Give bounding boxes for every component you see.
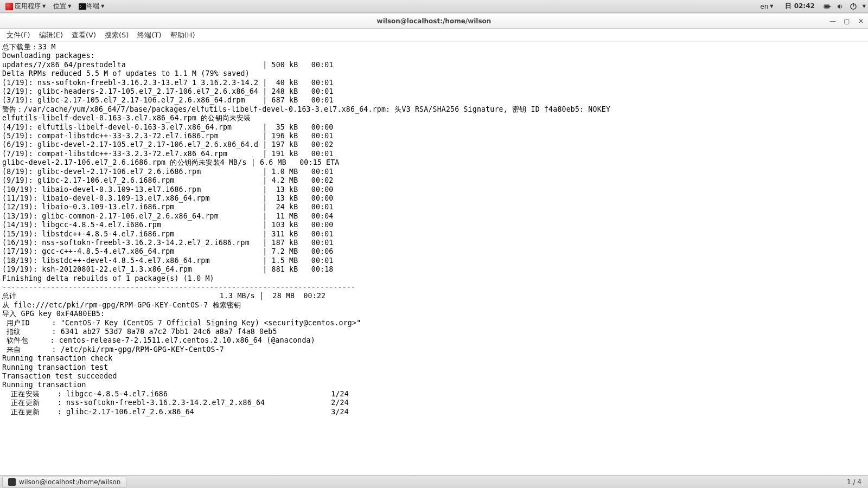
menu-search[interactable]: 搜索(S)	[100, 29, 133, 41]
terminal-icon	[79, 3, 86, 10]
terminal-launcher-label: 终端	[86, 2, 99, 11]
menu-bar: 文件(F) 编辑(E) 查看(V) 搜索(S) 终端(T) 帮助(H)	[0, 29, 868, 42]
terminal-output[interactable]: 总下载量：33 M Downloading packages: updates/…	[0, 42, 868, 475]
workspace-indicator[interactable]: 1 / 4	[843, 478, 866, 486]
workspace-label: 1 / 4	[847, 478, 861, 486]
menu-view[interactable]: 查看(V)	[67, 29, 100, 41]
input-method-indicator[interactable]: en ▼	[757, 2, 776, 11]
applications-label: 应用程序	[15, 2, 41, 11]
svg-rect-4	[825, 5, 829, 8]
svg-rect-3	[829, 6, 831, 7]
svg-rect-1	[79, 4, 86, 9]
apps-icon	[5, 3, 13, 10]
menu-terminal[interactable]: 终端(T)	[133, 29, 165, 41]
lang-label: en	[760, 3, 768, 10]
taskbar-terminal-button[interactable]: wilson@localhost:/home/wilson	[2, 477, 126, 487]
maximize-button[interactable]: ▢	[843, 17, 851, 25]
places-label: 位置	[53, 2, 66, 11]
chevron-down-icon: ▼	[770, 4, 773, 9]
window-title: wilson@localhost:/home/wilson	[377, 17, 492, 25]
terminal-icon	[8, 478, 16, 486]
clock-label: 日 02:42	[785, 2, 814, 11]
terminal-launcher[interactable]: 终端 ▼	[75, 1, 107, 12]
menu-help[interactable]: 帮助(H)	[166, 29, 200, 41]
chevron-down-icon: ▼	[42, 4, 46, 9]
places-menu[interactable]: 位置 ▼	[50, 1, 74, 12]
terminal-window: wilson@localhost:/home/wilson — ▢ ✕ 文件(F…	[0, 13, 868, 475]
battery-icon[interactable]	[824, 3, 831, 10]
applications-menu[interactable]: 应用程序 ▼	[2, 1, 49, 12]
close-button[interactable]: ✕	[857, 17, 865, 25]
menu-file[interactable]: 文件(F)	[2, 29, 35, 41]
power-icon[interactable]	[850, 3, 857, 10]
taskbar-label: wilson@localhost:/home/wilson	[19, 478, 120, 486]
minimize-button[interactable]: —	[829, 17, 837, 25]
gnome-bottom-panel: wilson@localhost:/home/wilson 1 / 4	[0, 475, 868, 488]
gnome-top-panel: 应用程序 ▼ 位置 ▼ 终端 ▼ en ▼ 日 02:42	[0, 0, 868, 13]
chevron-down-icon: ▼	[863, 4, 866, 9]
volume-icon[interactable]	[837, 3, 844, 10]
chevron-down-icon: ▼	[101, 4, 104, 9]
clock[interactable]: 日 02:42	[782, 1, 818, 12]
window-title-bar[interactable]: wilson@localhost:/home/wilson — ▢ ✕	[0, 14, 868, 29]
menu-edit[interactable]: 编辑(E)	[35, 29, 67, 41]
chevron-down-icon: ▼	[68, 4, 71, 9]
